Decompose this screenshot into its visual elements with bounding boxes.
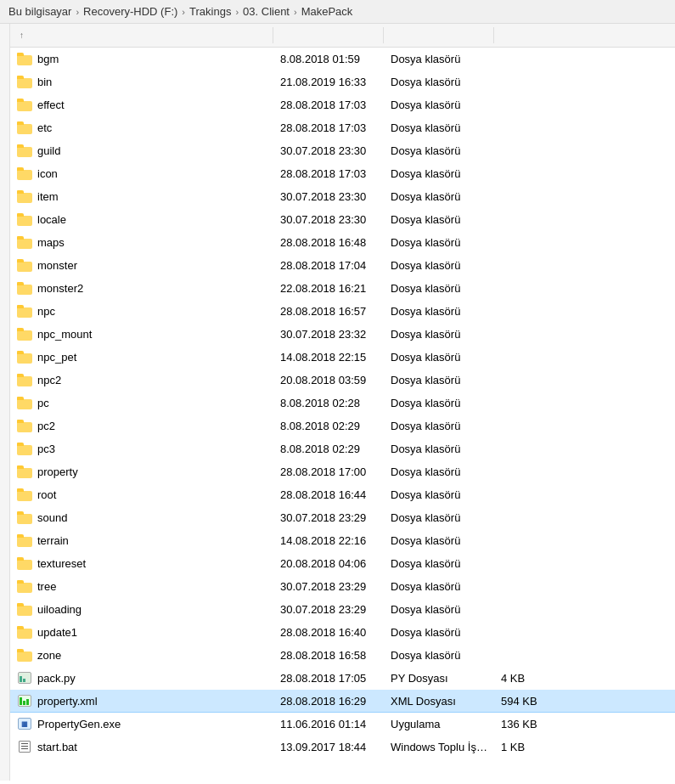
table-row[interactable]: npc28.08.2018 16:57Dosya klasörü — [10, 300, 675, 323]
table-row[interactable]: monster222.08.2018 16:21Dosya klasörü — [10, 277, 675, 300]
table-row[interactable]: etc28.08.2018 17:03Dosya klasörü — [10, 116, 675, 139]
file-name: pack.py — [37, 672, 76, 685]
table-row[interactable]: uiloading30.07.2018 23:29Dosya klasörü — [10, 598, 675, 621]
breadcrumb-pc[interactable]: Bu bilgisayar — [8, 5, 71, 18]
file-modified: 28.08.2018 17:04 — [273, 257, 384, 274]
file-modified: 22.08.2018 16:21 — [273, 279, 384, 297]
breadcrumb-makepack[interactable]: MakePack — [301, 5, 353, 18]
file-type: Dosya klasörü — [384, 119, 494, 137]
folder-icon — [17, 419, 32, 432]
file-type: Dosya klasörü — [384, 601, 494, 618]
file-size — [494, 492, 562, 497]
file-size — [494, 446, 562, 451]
file-type: Dosya klasörü — [384, 532, 494, 550]
file-name: terrain — [37, 534, 69, 547]
folder-icon — [17, 442, 32, 455]
table-row[interactable]: property.xml28.08.2018 16:29XML Dosyası5… — [10, 690, 675, 713]
table-row[interactable]: root28.08.2018 16:44Dosya klasörü — [10, 483, 675, 506]
table-row[interactable]: monster28.08.2018 17:04Dosya klasörü — [10, 254, 675, 277]
table-row[interactable]: npc220.08.2018 03:59Dosya klasörü — [10, 369, 675, 392]
folder-icon — [17, 189, 32, 203]
xml-icon — [17, 693, 32, 708]
file-name: guild — [37, 144, 60, 157]
table-row[interactable]: item30.07.2018 23:30Dosya klasörü — [10, 185, 675, 208]
file-type: Dosya klasörü — [384, 211, 494, 228]
file-size — [494, 79, 562, 84]
table-row[interactable]: effect28.08.2018 17:03Dosya klasörü — [10, 93, 675, 116]
file-name: pc — [37, 397, 49, 409]
table-row[interactable]: textureset20.08.2018 04:06Dosya klasörü — [10, 552, 675, 575]
table-row[interactable]: start.bat13.09.2017 18:44Windows Toplu İ… — [10, 736, 675, 759]
file-modified: 30.07.2018 23:30 — [273, 142, 384, 160]
col-header-modified[interactable] — [273, 27, 384, 43]
file-type: Dosya klasörü — [384, 325, 494, 343]
file-name: monster2 — [37, 282, 83, 295]
folder-icon — [17, 373, 32, 386]
file-size — [494, 584, 562, 589]
table-row[interactable]: pc28.08.2018 02:29Dosya klasörü — [10, 415, 675, 437]
table-row[interactable]: update128.08.2018 16:40Dosya klasörü — [10, 621, 675, 644]
file-modified: 8.08.2018 01:59 — [273, 50, 384, 68]
file-name: property — [37, 465, 78, 478]
file-type: Dosya klasörü — [384, 73, 494, 91]
table-row[interactable]: zone28.08.2018 16:58Dosya klasörü — [10, 644, 675, 667]
file-modified: 28.08.2018 16:29 — [273, 692, 384, 710]
table-row[interactable]: tree30.07.2018 23:29Dosya klasörü — [10, 575, 675, 598]
table-row[interactable]: bin21.08.2019 16:33Dosya klasörü — [10, 71, 675, 93]
file-name: item — [37, 190, 59, 203]
table-row[interactable]: pc8.08.2018 02:28Dosya klasörü — [10, 392, 675, 415]
col-header-size[interactable] — [494, 27, 562, 43]
file-modified: 30.07.2018 23:29 — [273, 601, 384, 618]
table-row[interactable]: property28.08.2018 17:00Dosya klasörü — [10, 460, 675, 483]
table-row[interactable]: sound30.07.2018 23:29Dosya klasörü — [10, 506, 675, 529]
table-row[interactable]: guild30.07.2018 23:30Dosya klasörü — [10, 139, 675, 162]
file-size: 4 KB — [494, 669, 562, 687]
address-bar[interactable]: Bu bilgisayar › Recovery-HDD (F:) › Trak… — [0, 0, 675, 24]
file-modified: 28.08.2018 17:00 — [273, 463, 384, 481]
table-row[interactable]: ▦PropertyGen.exe11.06.2016 01:14Uygulama… — [10, 713, 675, 736]
file-modified: 28.08.2018 17:03 — [273, 165, 384, 183]
breadcrumb-hdd[interactable]: Recovery-HDD (F:) — [83, 5, 177, 18]
breadcrumb-trakings[interactable]: Trakings — [189, 5, 231, 18]
folder-icon — [17, 510, 32, 524]
file-size — [494, 515, 562, 520]
file-size: 136 KB — [494, 715, 562, 733]
file-name: textureset — [37, 557, 86, 570]
breadcrumb-client[interactable]: 03. Client — [243, 5, 290, 18]
file-type: Dosya klasörü — [384, 486, 494, 504]
table-row[interactable]: npc_mount30.07.2018 23:32Dosya klasörü — [10, 323, 675, 346]
file-modified: 28.08.2018 16:40 — [273, 623, 384, 641]
file-modified: 8.08.2018 02:29 — [273, 440, 384, 458]
file-size — [494, 538, 562, 543]
file-size — [494, 331, 562, 336]
file-type: PY Dosyası — [384, 669, 494, 687]
col-header-name[interactable]: ↑ — [10, 27, 273, 43]
table-row[interactable]: locale30.07.2018 23:30Dosya klasörü — [10, 208, 675, 231]
file-name: npc — [37, 305, 55, 318]
table-row[interactable]: pack.py28.08.2018 17:05PY Dosyası4 KB — [10, 667, 675, 690]
file-type: Dosya klasörü — [384, 646, 494, 664]
file-modified: 8.08.2018 02:29 — [273, 417, 384, 435]
table-row[interactable]: pc38.08.2018 02:29Dosya klasörü — [10, 437, 675, 460]
file-size — [494, 308, 562, 313]
file-size — [494, 377, 562, 382]
col-header-type[interactable] — [384, 27, 494, 43]
file-name: property.xml — [37, 695, 98, 708]
table-row[interactable]: maps28.08.2018 16:48Dosya klasörü — [10, 231, 675, 254]
file-modified: 30.07.2018 23:30 — [273, 211, 384, 228]
folder-icon — [17, 488, 32, 501]
file-name: locale — [37, 213, 66, 226]
file-size: 1 KB — [494, 738, 562, 756]
file-size — [494, 217, 562, 222]
file-size — [494, 354, 562, 359]
table-row[interactable]: bgm8.08.2018 01:59Dosya klasörü — [10, 48, 675, 71]
table-row[interactable]: npc_pet14.08.2018 22:15Dosya klasörü — [10, 346, 675, 369]
table-row[interactable]: terrain14.08.2018 22:16Dosya klasörü — [10, 529, 675, 552]
file-type: Dosya klasörü — [384, 578, 494, 595]
file-size — [494, 56, 562, 61]
table-row[interactable]: icon28.08.2018 17:03Dosya klasörü — [10, 162, 675, 185]
folder-icon — [17, 533, 32, 547]
file-type: Dosya klasörü — [384, 394, 494, 412]
file-size — [494, 561, 562, 566]
file-modified: 28.08.2018 17:03 — [273, 119, 384, 137]
